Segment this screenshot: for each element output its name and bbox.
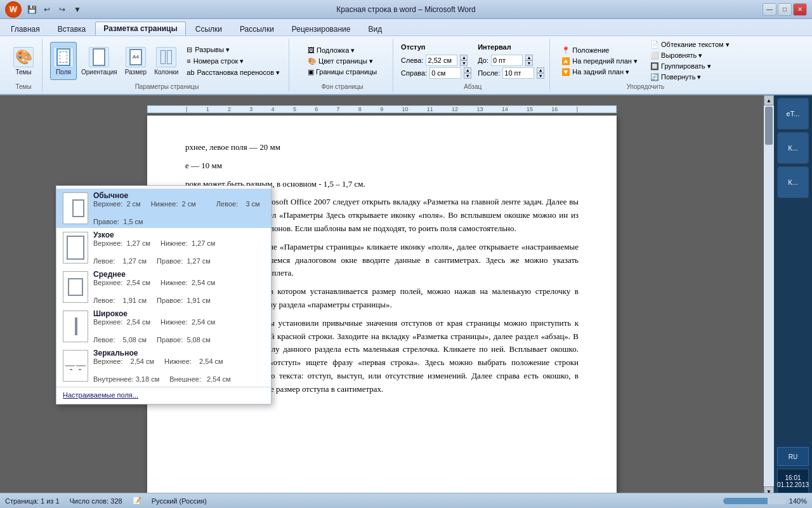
indent-right-input[interactable] xyxy=(429,67,461,79)
indent-left-up[interactable]: ▲ xyxy=(460,55,468,60)
tab-insert[interactable]: Вставка xyxy=(49,22,95,36)
preset-wide-left: Левое: 5,08 см xyxy=(93,336,147,344)
preset-narrow-bottom: Нижнее: 1,27 см xyxy=(160,239,215,247)
page-borders-btn[interactable]: ▣ Границы страницы xyxy=(304,67,381,77)
size-icon: A4 xyxy=(126,47,146,67)
ribbon-group-page-setup: Поля Ориентация A4 Размер xyxy=(45,39,289,91)
arrange-btns: 📍 Положение 🔼 На передний план ▾ 🔽 На за… xyxy=(558,40,733,82)
page-bg-label: Фон страницы xyxy=(322,82,363,90)
spacing-after-input[interactable] xyxy=(502,67,534,79)
size-button[interactable]: A4 Размер xyxy=(122,42,150,80)
ribbon-group-page-bg: 🖼 Подложка ▾ 🎨 Цвет страницы ▾ ▣ Границы… xyxy=(292,39,393,91)
indent-left-input[interactable] xyxy=(426,55,457,66)
close-btn[interactable]: ✕ xyxy=(793,3,807,16)
send-back-btn[interactable]: 🔽 На задний план ▾ xyxy=(558,67,641,77)
indent-label: Отступ xyxy=(401,43,471,51)
wrap-text-btn[interactable]: 📄 Обтекание текстом ▾ xyxy=(646,40,733,50)
custom-margins-btn[interactable]: Настраиваемые поля... xyxy=(56,389,271,401)
breaks-btn[interactable]: ⊟ Разрывы ▾ xyxy=(183,45,284,55)
preset-mirrored[interactable]: Зеркальное Верхнее: 2,54 см Нижнее: 2,54… xyxy=(56,346,271,385)
ribbon-group-themes: 🎨 Темы Темы xyxy=(5,39,43,91)
preset-normal-name: Обычное xyxy=(93,191,265,200)
spacing-before-up[interactable]: ▲ xyxy=(525,55,533,60)
watermark-btn[interactable]: 🖼 Подложка ▾ xyxy=(304,46,381,55)
hyphenation-icon: ab xyxy=(187,69,194,76)
tab-view[interactable]: Вид xyxy=(360,22,391,36)
indent-right-up[interactable]: ▲ xyxy=(464,67,471,73)
ruler: |12345678910111213141516| xyxy=(147,105,617,113)
preset-narrow[interactable]: Узкое Верхнее: 1,27 см Нижнее: 1,27 см Л… xyxy=(56,228,271,267)
page-color-btn[interactable]: 🎨 Цвет страницы ▾ xyxy=(304,57,381,66)
save-qat-btn[interactable]: 💾 xyxy=(25,3,38,16)
zoom-area: 140% xyxy=(723,497,807,505)
indent-left-down[interactable]: ▼ xyxy=(460,60,468,66)
preset-narrow-left: Левое: 1,27 см xyxy=(93,257,147,265)
spacing-before-input[interactable] xyxy=(491,55,523,66)
doc-para-1: рхнее, левое поля — 20 мм xyxy=(185,141,579,154)
zoom-bar[interactable] xyxy=(723,498,787,504)
office-logo[interactable]: W xyxy=(5,1,22,18)
indent-right-down[interactable]: ▼ xyxy=(464,73,471,79)
hyphenation-btn[interactable]: ab Расстановка переносов ▾ xyxy=(183,68,284,77)
vertical-scrollbar[interactable]: ▲ ▼ xyxy=(764,95,774,497)
columns-button[interactable]: Колонки xyxy=(151,42,181,80)
customize-qat-btn[interactable]: ▼ xyxy=(71,3,84,16)
breaks-label: Разрывы ▾ xyxy=(195,46,230,54)
preset-mirrored-icon xyxy=(63,350,88,382)
tab-page-layout[interactable]: Разметка страницы xyxy=(95,22,185,36)
zoom-fill xyxy=(723,498,768,504)
preset-mirrored-top: Верхнее: 2,54 см xyxy=(93,358,154,365)
spacing-after-down[interactable]: ▼ xyxy=(537,73,544,79)
lang-indicator[interactable]: RU xyxy=(777,447,809,466)
preset-mirrored-details: Верхнее: 2,54 см Нижнее: 2,54 см Внутрен… xyxy=(93,358,265,383)
arrange-group-label: Упорядочить xyxy=(627,82,665,90)
main-area: |12345678910111213141516| рхнее, левое п… xyxy=(0,95,812,497)
rotate-btn[interactable]: 🔄 Повернуть ▾ xyxy=(646,72,733,82)
ribbon: Главная Вставка Разметка страницы Ссылки… xyxy=(0,19,812,95)
tab-references[interactable]: Ссылки xyxy=(187,22,230,36)
maximize-btn[interactable]: □ xyxy=(778,3,792,16)
preset-mirrored-name: Зеркальное xyxy=(93,349,265,358)
align-btn[interactable]: ⬜ Выровнять ▾ xyxy=(646,51,733,60)
status-language[interactable]: Русский (Россия) xyxy=(152,497,207,505)
tab-mailings[interactable]: Рассылки xyxy=(232,22,282,36)
title-bar-left: W 💾 ↩ ↪ ▼ xyxy=(5,1,84,18)
bring-front-btn[interactable]: 🔼 На передний план ▾ xyxy=(558,57,641,66)
group-btn[interactable]: 🔲 Группировать ▾ xyxy=(646,62,733,71)
preset-wide-info: Широкое Верхнее: 2,54 см Нижнее: 2,54 см… xyxy=(93,309,265,344)
undo-qat-btn[interactable]: ↩ xyxy=(41,3,53,16)
preset-normal-info: Обычное Верхнее: 2 см Нижнее: 2 см Левое… xyxy=(93,191,265,225)
preset-wide[interactable]: Широкое Верхнее: 2,54 см Нижнее: 2,54 см… xyxy=(56,307,271,346)
tab-review[interactable]: Рецензирование xyxy=(284,22,359,36)
position-btn[interactable]: 📍 Положение xyxy=(558,46,641,55)
sys-item-3[interactable]: К... xyxy=(777,166,809,198)
line-numbers-btn[interactable]: ≡ Номера строк ▾ xyxy=(183,57,284,66)
spacing-before-down[interactable]: ▼ xyxy=(525,60,533,66)
scroll-up-btn[interactable]: ▲ xyxy=(764,95,774,105)
ribbon-group-arrange: 📍 Положение 🔼 На передний план ▾ 🔽 На за… xyxy=(553,39,738,91)
preset-moderate[interactable]: Среднее Верхнее: 2,54 см Нижнее: 2,54 см… xyxy=(56,267,271,307)
right-panel: eT... К... К... RU 16:01 01.12.2013 xyxy=(774,95,812,497)
scroll-thumb[interactable] xyxy=(765,107,773,145)
clock-date: 01.12.2013 xyxy=(777,481,809,488)
tab-home[interactable]: Главная xyxy=(3,22,48,36)
indent-group: Отступ Слева: ▲ ▼ Справа: ▲ xyxy=(401,43,471,79)
spacing-group: Интервал До: ▲ ▼ После: ▲ xyxy=(478,43,544,79)
spacing-after-up[interactable]: ▲ xyxy=(537,67,544,73)
preset-normal[interactable]: Обычное Верхнее: 2 см Нижнее: 2 см Левое… xyxy=(56,189,271,228)
size-label: Размер xyxy=(125,69,147,76)
margins-button[interactable]: Поля xyxy=(50,42,77,80)
themes-btns: 🎨 Темы xyxy=(10,40,37,82)
scroll-track xyxy=(764,105,774,486)
zoom-level: 140% xyxy=(789,497,807,505)
orientation-button[interactable]: Ориентация xyxy=(78,42,121,80)
preset-normal-top: Верхнее: 2 см xyxy=(93,200,141,208)
doc-para-2: е — 10 мм xyxy=(185,159,579,173)
redo-qat-btn[interactable]: ↪ xyxy=(56,3,69,16)
minimize-btn[interactable]: — xyxy=(763,3,776,16)
indent-right-label: Справа: xyxy=(401,69,427,77)
page-setup-btns: Поля Ориентация A4 Размер xyxy=(50,40,284,82)
themes-button[interactable]: 🎨 Темы xyxy=(10,42,37,80)
sys-item-2[interactable]: К... xyxy=(777,132,809,164)
sys-item-1[interactable]: eT... xyxy=(777,98,809,130)
